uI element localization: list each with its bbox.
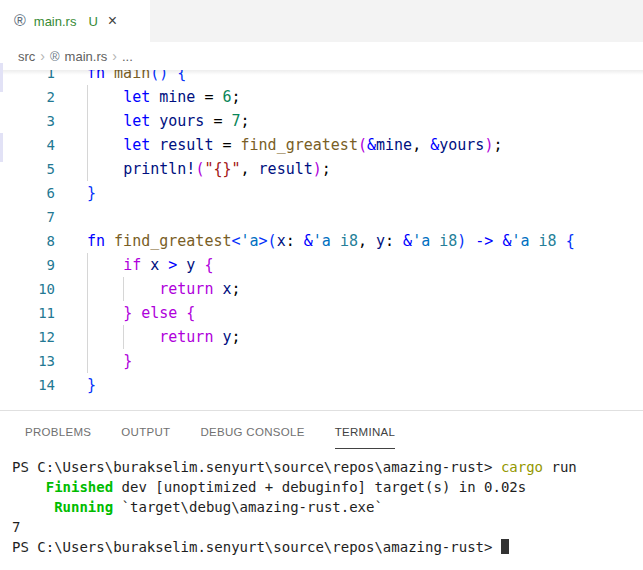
- vscode-window: ® main.rs U × src › ® main.rs › ... 1fn …: [0, 0, 643, 570]
- gutter-decoration: [0, 133, 3, 162]
- code-line[interactable]: 11 } else {: [0, 301, 643, 325]
- code-editor[interactable]: 1fn main() {2 let mine = 6;3 let yours =…: [0, 70, 643, 410]
- tab-close-icon[interactable]: ×: [108, 13, 117, 29]
- terminal-line: Running `target\debug\amazing-rust.exe`: [12, 497, 643, 517]
- code-text: }: [55, 349, 132, 373]
- line-number[interactable]: 14: [0, 373, 55, 397]
- code-text: }: [55, 373, 96, 397]
- code-line[interactable]: 3 let yours = 7;: [0, 109, 643, 133]
- line-number[interactable]: 10: [0, 277, 55, 301]
- code-text: } else {: [55, 301, 195, 325]
- breadcrumb: src › ® main.rs › ...: [0, 42, 643, 70]
- code-text: let mine = 6;: [55, 85, 241, 109]
- code-text: }: [55, 181, 96, 205]
- panel-tab-debug-console[interactable]: DEBUG CONSOLE: [200, 414, 304, 449]
- bottom-panel: PROBLEMSOUTPUTDEBUG CONSOLETERMINAL PS C…: [0, 410, 643, 570]
- panel-tab-problems[interactable]: PROBLEMS: [25, 414, 91, 449]
- code-line[interactable]: 8fn find_greatest<'a>(x: &'a i8, y: &'a …: [0, 229, 643, 253]
- line-number[interactable]: 12: [0, 325, 55, 349]
- line-number[interactable]: 3: [0, 109, 55, 133]
- code-text: let result = find_greatest(&mine, &yours…: [55, 133, 502, 157]
- line-number[interactable]: 13: [0, 349, 55, 373]
- terminal[interactable]: PS C:\Users\burakselim.senyurt\source\re…: [0, 451, 643, 557]
- line-number[interactable]: 8: [0, 229, 55, 253]
- gutter-decoration: [0, 63, 3, 92]
- code-line[interactable]: 10 return x;: [0, 277, 643, 301]
- chevron-right-icon: ›: [40, 48, 45, 64]
- tab-main-rs[interactable]: ® main.rs U ×: [0, 0, 150, 42]
- panel-tab-output[interactable]: OUTPUT: [121, 414, 170, 449]
- line-number[interactable]: 9: [0, 253, 55, 277]
- code-line[interactable]: 9 if x > y {: [0, 253, 643, 277]
- line-number[interactable]: 5: [0, 157, 55, 181]
- terminal-line: PS C:\Users\burakselim.senyurt\source\re…: [12, 457, 643, 477]
- indent-guide: [123, 277, 124, 301]
- code-line[interactable]: 14}: [0, 373, 643, 397]
- code-text: return y;: [55, 325, 241, 349]
- editor-tab-bar: ® main.rs U ×: [0, 0, 643, 42]
- terminal-line: 7: [12, 517, 643, 537]
- breadcrumb-item-src[interactable]: src: [18, 49, 35, 64]
- indent-guide: [87, 253, 88, 373]
- panel-tabs: PROBLEMSOUTPUTDEBUG CONSOLETERMINAL: [0, 411, 643, 451]
- breadcrumb-item-main-rs[interactable]: main.rs: [65, 49, 108, 64]
- code-text: fn main() {: [55, 70, 186, 85]
- code-line[interactable]: 13 }: [0, 349, 643, 373]
- terminal-line: PS C:\Users\burakselim.senyurt\source\re…: [12, 537, 643, 557]
- terminal-cursor: [501, 539, 509, 554]
- panel-tab-terminal[interactable]: TERMINAL: [335, 414, 396, 449]
- code-line[interactable]: 1fn main() {: [0, 70, 643, 85]
- code-line[interactable]: 6}: [0, 181, 643, 205]
- chevron-right-icon: ›: [112, 48, 117, 64]
- code-line[interactable]: 12 return y;: [0, 325, 643, 349]
- code-line[interactable]: 4 let result = find_greatest(&mine, &you…: [0, 133, 643, 157]
- code-line[interactable]: 7: [0, 205, 643, 229]
- code-text: println!("{}", result);: [55, 157, 331, 181]
- rust-file-icon: ®: [14, 13, 26, 29]
- indent-guide: [123, 325, 124, 349]
- line-number[interactable]: 11: [0, 301, 55, 325]
- git-untracked-badge: U: [88, 14, 97, 29]
- tab-title: main.rs: [34, 14, 77, 29]
- code-text: if x > y {: [55, 253, 213, 277]
- code-text: return x;: [55, 277, 241, 301]
- line-number[interactable]: 6: [0, 181, 55, 205]
- line-number[interactable]: 4: [0, 133, 55, 157]
- code-line[interactable]: 2 let mine = 6;: [0, 85, 643, 109]
- code-text: let yours = 7;: [55, 109, 250, 133]
- terminal-line: Finished dev [unoptimized + debuginfo] t…: [12, 477, 643, 497]
- code-text: fn find_greatest<'a>(x: &'a i8, y: &'a i…: [55, 229, 575, 253]
- code-lines: 1fn main() {2 let mine = 6;3 let yours =…: [0, 70, 643, 397]
- line-number[interactable]: 1: [0, 70, 55, 85]
- line-number[interactable]: 2: [0, 85, 55, 109]
- code-line[interactable]: 5 println!("{}", result);: [0, 157, 643, 181]
- indent-guide: [87, 85, 88, 181]
- code-text: [55, 205, 87, 229]
- rust-file-icon: ®: [50, 49, 60, 64]
- breadcrumb-item-symbol[interactable]: ...: [122, 49, 133, 64]
- line-number[interactable]: 7: [0, 205, 55, 229]
